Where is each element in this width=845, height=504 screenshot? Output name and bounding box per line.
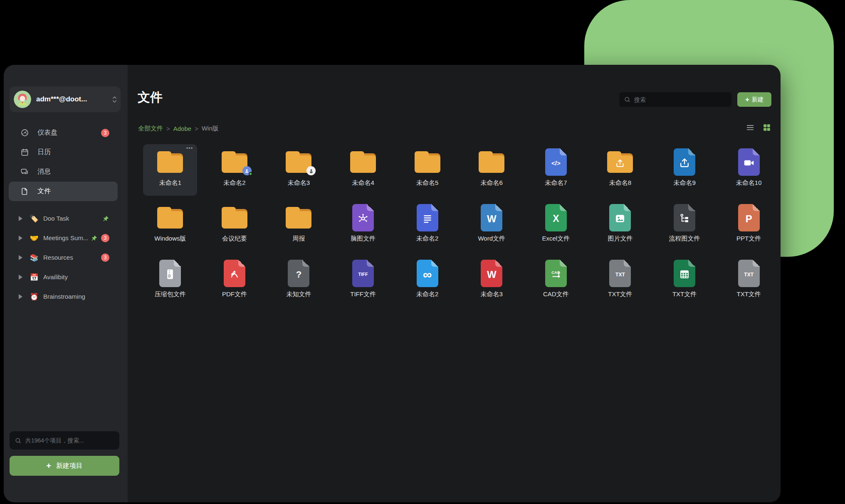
filetype-text-glyph: </>: [551, 160, 561, 166]
new-project-button[interactable]: + 新建项目: [10, 456, 119, 476]
document-icon: TXT: [609, 260, 631, 287]
project-item[interactable]: 📚Resources3: [4, 248, 128, 267]
folder-tile[interactable]: Windows版: [143, 200, 197, 251]
project-item[interactable]: 📅Availibity: [4, 267, 128, 287]
pdf-icon: [228, 268, 241, 280]
file-label: 流程图文件: [669, 235, 700, 243]
unread-badge: 3: [101, 234, 109, 242]
table-icon: [678, 268, 691, 280]
file-icon-area: [143, 204, 197, 231]
file-tile[interactable]: TXTTXT文件: [722, 256, 776, 307]
file-label: 未命名2: [223, 179, 245, 187]
file-label: 未命名6: [481, 179, 503, 187]
calendar-icon: [20, 148, 29, 157]
document-icon: </>: [545, 148, 567, 176]
project-item[interactable]: 🤝Meetings Sum...3: [4, 228, 128, 248]
file-tile[interactable]: TIFFTIFF文件: [336, 256, 390, 307]
document-icon: [674, 204, 695, 231]
account-switcher[interactable]: adm***@doot...: [10, 86, 121, 112]
sidebar-item-files[interactable]: 文件: [9, 182, 118, 201]
list-view-icon[interactable]: [746, 123, 755, 132]
file-tile[interactable]: 图片文件: [593, 200, 647, 251]
file-icon-area: [143, 260, 197, 287]
file-icon-area: [336, 148, 390, 176]
filetype-text-glyph: TIFF: [358, 272, 368, 277]
file-tile[interactable]: TXT文件: [657, 256, 712, 307]
folder-tile[interactable]: 未命名3: [272, 144, 326, 196]
grid-view-icon[interactable]: [762, 123, 771, 132]
breadcrumb: 全部文件>Adobe>Win版: [138, 125, 219, 133]
file-label: 未命名3: [288, 179, 310, 187]
breadcrumb-link[interactable]: 全部文件: [138, 125, 163, 133]
folder-tile[interactable]: 周报: [272, 200, 326, 251]
file-label: 脑图文件: [351, 235, 376, 243]
folder-tile[interactable]: 未命名5: [400, 144, 455, 196]
file-tile[interactable]: WWord文件: [465, 200, 519, 251]
sidebar-item-dashboard[interactable]: 仪表盘3: [4, 123, 128, 143]
zip-icon: [164, 268, 176, 280]
file-tile[interactable]: PPPT文件: [722, 200, 776, 251]
project-item[interactable]: ⏰Brainstroaming: [4, 287, 128, 306]
folder-tile[interactable]: 会议纪要: [208, 200, 262, 251]
new-file-button[interactable]: + 新建: [737, 92, 771, 107]
file-tile[interactable]: </>未命名7: [529, 144, 583, 196]
file-label: Word文件: [478, 235, 505, 243]
file-label: 未命名5: [416, 179, 438, 187]
breadcrumb-separator: >: [166, 125, 170, 132]
file-tile[interactable]: 未命名2: [400, 200, 455, 251]
plus-icon: +: [745, 96, 749, 103]
folder-tile[interactable]: 未命名8: [593, 144, 647, 196]
search-icon: [15, 437, 22, 444]
cad-icon: CAD: [550, 268, 562, 280]
file-tile[interactable]: 未命名10: [722, 144, 776, 196]
folder-icon: [157, 207, 183, 229]
folder-tile[interactable]: ••• 未命名1: [143, 144, 197, 196]
file-tile[interactable]: ∞未命名2: [400, 256, 455, 307]
file-tile[interactable]: XExcel文件: [529, 200, 583, 251]
folder-tile[interactable]: 未命名4: [336, 144, 390, 196]
file-label: 未命名7: [545, 179, 567, 187]
expand-triangle-icon[interactable]: [19, 255, 22, 260]
folder-tile[interactable]: 未命名6: [465, 144, 519, 196]
file-tile[interactable]: 流程图文件: [657, 200, 712, 251]
file-icon-area: [657, 204, 712, 231]
flowchart-icon: [678, 212, 691, 225]
file-icon-area: [208, 148, 262, 176]
document-icon: [352, 204, 374, 231]
file-tile[interactable]: TXTTXT文件: [593, 256, 647, 307]
folder-icon: [607, 151, 633, 173]
header-search-input[interactable]: [634, 96, 727, 103]
folder-icon: [222, 207, 247, 229]
project-label: Resources: [43, 254, 73, 261]
sidebar-item-messages[interactable]: 消息: [4, 162, 128, 182]
file-icon-area: [657, 260, 712, 287]
file-tile[interactable]: W未命名3: [465, 256, 519, 307]
expand-triangle-icon[interactable]: [19, 294, 22, 299]
header-search: [619, 92, 731, 107]
project-item[interactable]: 🏷️Doo Task: [4, 209, 128, 228]
sidebar-search-input[interactable]: [25, 437, 114, 444]
filetype-text-glyph: W: [487, 214, 497, 224]
folder-icon: [157, 151, 183, 173]
video-icon: [743, 157, 755, 169]
file-tile[interactable]: ?未知文件: [272, 256, 326, 307]
breadcrumb-link[interactable]: Adobe: [173, 125, 191, 132]
folder-tile[interactable]: 未命名2: [208, 144, 262, 196]
file-tile[interactable]: PDF文件: [208, 256, 262, 307]
file-tile[interactable]: 脑图文件: [336, 200, 390, 251]
file-icon-area: X: [529, 204, 583, 231]
file-label: TXT文件: [736, 290, 761, 298]
file-tile[interactable]: CADCAD文件: [529, 256, 583, 307]
file-tile[interactable]: 压缩包文件: [143, 256, 197, 307]
file-tile[interactable]: 未命名9: [657, 144, 712, 196]
sidebar-item-calendar[interactable]: 日历: [4, 143, 128, 162]
project-emoji-icon: 📅: [29, 273, 39, 281]
expand-triangle-icon[interactable]: [19, 236, 22, 241]
document-icon: P: [738, 204, 760, 231]
expand-triangle-icon[interactable]: [19, 216, 22, 221]
project-label: Brainstroaming: [43, 293, 85, 300]
file-label: TXT文件: [672, 290, 697, 298]
expand-triangle-icon[interactable]: [19, 275, 22, 280]
document-icon: [609, 204, 631, 231]
app-window: adm***@doot... 仪表盘3日历消息文件 🏷️Doo Task🤝Mee…: [4, 65, 781, 502]
